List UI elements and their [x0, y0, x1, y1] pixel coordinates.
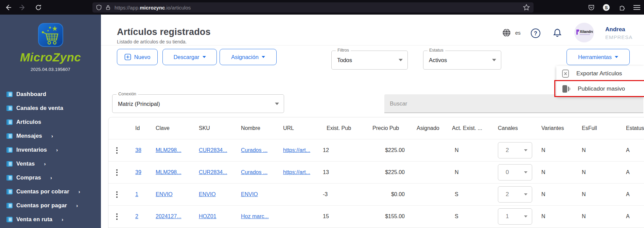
id-link[interactable]: 38 — [135, 147, 141, 153]
articles-table: IdClaveSKUNombreURLExist. PubPrecio PubA… — [108, 117, 644, 228]
sidebar-item-cuentas-por-pagar[interactable]: Cuentas por pagar› — [0, 198, 101, 212]
chevron-right-icon: › — [44, 161, 46, 167]
cell-precio: $155.00 — [365, 206, 411, 227]
clave-link[interactable]: ENVIO — [156, 191, 173, 197]
menu-item-exportar-articulos[interactable]: Exportar Artículos — [556, 66, 644, 81]
sidebar-item-canales-de-venta[interactable]: Canales de venta — [0, 101, 101, 115]
sidebar-item-catalogos[interactable]: Catalogos› — [0, 226, 101, 228]
id-link[interactable]: 2 — [135, 213, 138, 220]
nombre-link[interactable]: Curados ... — [241, 147, 267, 153]
sku-link[interactable]: CUR2834... — [199, 147, 227, 153]
assignment-button[interactable]: Asignación — [220, 49, 277, 65]
tools-dropdown-menu: Exportar ArtículosPublicador masivo — [556, 66, 644, 96]
canales-select[interactable]: 2 — [498, 186, 532, 203]
microzync-logo-icon: ★ ★ ★ — [38, 23, 64, 47]
sku-link[interactable]: ENVIO — [199, 191, 216, 197]
chevron-down-icon — [399, 59, 403, 61]
cell-url — [276, 184, 319, 205]
sidebar-item-dashboard[interactable]: Dashboard — [0, 87, 101, 101]
kebab-menu-icon[interactable] — [116, 169, 118, 176]
chevron-right-icon: › — [79, 189, 80, 194]
sidebar-item-label: Compras — [16, 174, 41, 181]
clave-link[interactable]: MLM298... — [156, 169, 181, 175]
canales-cell: 2 — [491, 139, 540, 161]
sidebar-item-compras[interactable]: Compras› — [0, 171, 101, 185]
sidebar-item-label: Cuentas por pagar — [16, 202, 67, 209]
pocket-button[interactable] — [586, 0, 597, 15]
reload-icon — [35, 4, 42, 11]
language-code: es — [515, 30, 521, 36]
nombre-link[interactable]: ENVIO — [241, 191, 258, 197]
sku-link[interactable]: CUR2834... — [199, 169, 227, 175]
kebab-menu-icon[interactable] — [116, 213, 118, 220]
extensions-button[interactable] — [616, 0, 628, 15]
user-name: Andrea — [605, 26, 625, 33]
canales-select[interactable]: 1 — [498, 208, 532, 225]
nombre-link[interactable]: Curados ... — [241, 169, 267, 175]
canales-select[interactable]: 0 — [498, 164, 532, 180]
cell-nombre: Curados ... — [234, 162, 276, 183]
filters-select[interactable]: Filtros Todos — [331, 51, 408, 70]
chevron-right-icon: › — [51, 133, 53, 139]
book-icon — [6, 188, 13, 195]
url-link[interactable]: https://art... — [283, 169, 310, 175]
sidebar-item-inventarios[interactable]: Inventarios› — [0, 143, 101, 157]
sku-link[interactable]: HOZ01 — [199, 213, 216, 220]
page-title: Artículos registrados — [117, 27, 211, 37]
table-header-variantes: Variantes — [540, 117, 581, 139]
kebab-menu-icon[interactable] — [116, 147, 118, 154]
connection-select[interactable]: Conexión Matriz (Principal) — [112, 94, 284, 113]
language-button[interactable] — [502, 28, 511, 39]
sidebar-item-mensajes[interactable]: Mensajes› — [0, 129, 101, 143]
cell-esfull: N — [581, 162, 624, 183]
sidebar-item-ventas[interactable]: Ventas› — [0, 157, 101, 171]
canales-cell: 0 — [491, 162, 540, 183]
bookmark-star-button[interactable] — [523, 4, 530, 13]
status-select-label: Estatus — [428, 48, 445, 53]
menu-item-label: Exportar Artículos — [576, 70, 622, 77]
cell-id: 38 — [128, 139, 149, 161]
menu-button[interactable] — [631, 0, 643, 15]
cell-act_exist: N — [448, 139, 491, 161]
canales-cell: 2 — [491, 184, 540, 205]
download-button[interactable]: Descargar — [162, 49, 217, 65]
clave-link[interactable]: 2024127... — [156, 213, 181, 220]
id-link[interactable]: 39 — [135, 169, 141, 175]
tools-button-label: Herramientas — [578, 54, 612, 60]
tools-button[interactable]: Herramientas — [567, 49, 630, 65]
app-version: 2025.04.03.195607 — [0, 67, 101, 72]
bulk-publisher-icon — [562, 84, 571, 93]
cell-url — [276, 206, 319, 227]
notifications-button[interactable] — [553, 28, 562, 40]
search-input[interactable]: Buscar — [384, 94, 643, 113]
sidebar-item-cuentas-por-cobrar[interactable]: Cuentas por cobrar› — [0, 185, 101, 198]
extension-s-button[interactable]: S — [601, 0, 612, 15]
url-link[interactable]: https://art... — [283, 147, 310, 153]
kebab-menu-icon[interactable] — [116, 191, 118, 198]
browser-forward-button[interactable] — [17, 0, 29, 15]
sidebar-item-label: Inventarios — [16, 147, 47, 153]
nombre-link[interactable]: Hoz marc... — [241, 213, 269, 220]
sidebar-item-articulos[interactable]: Artículos — [0, 115, 101, 129]
book-icon — [6, 133, 13, 139]
menu-item-label: Publicador masivo — [578, 86, 625, 92]
status-select[interactable]: Estatus Activos — [423, 51, 501, 70]
avatar[interactable]: Xilandro — [574, 23, 594, 42]
cell-asignado — [411, 162, 448, 183]
browser-reload-button[interactable] — [33, 0, 44, 15]
cell-exist: -3 — [319, 184, 365, 205]
address-bar[interactable]: https://app.microzync.io/articulos — [92, 2, 534, 13]
clave-link[interactable]: MLM298... — [156, 147, 181, 153]
menu-item-publicador-masivo[interactable]: Publicador masivo — [556, 81, 644, 96]
chevron-down-icon — [275, 102, 279, 105]
search-placeholder: Buscar — [390, 100, 407, 107]
sidebar-item-venta-en-ruta[interactable]: Venta en ruta› — [0, 212, 101, 226]
cell-exist: 12 — [319, 139, 365, 161]
new-button[interactable]: Nuevo — [117, 49, 158, 65]
canales-select[interactable]: 2 — [498, 142, 532, 158]
help-button[interactable]: ? — [530, 28, 541, 40]
help-icon: ? — [530, 28, 541, 38]
browser-back-button[interactable] — [2, 0, 14, 15]
id-link[interactable]: 1 — [135, 191, 138, 197]
chevron-down-icon — [524, 149, 527, 151]
